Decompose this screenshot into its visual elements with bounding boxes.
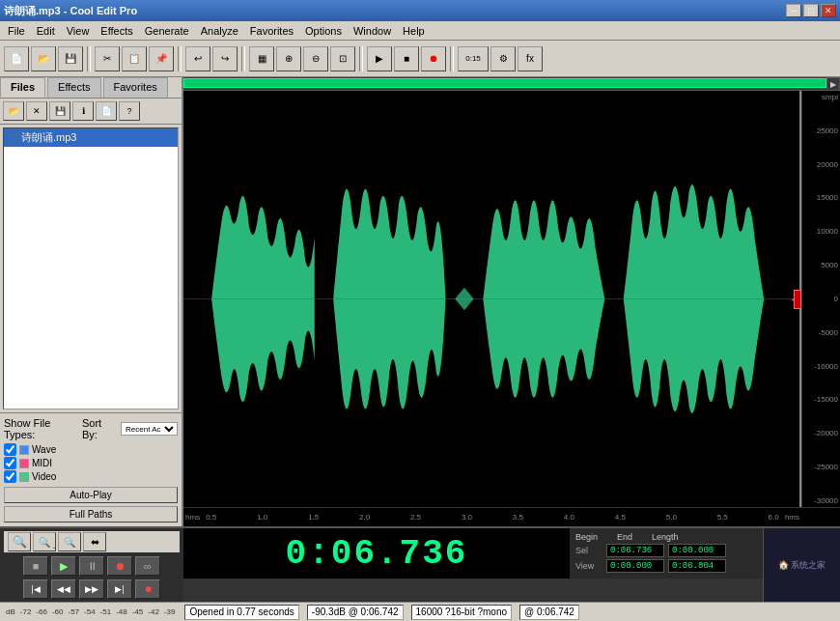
toolbar-save[interactable]: 💾 (58, 46, 83, 71)
wave-checkbox[interactable] (4, 443, 16, 456)
waveform-main: smpl 25000 20000 15000 10000 5000 0 -500… (183, 91, 840, 507)
tab-files[interactable]: Files (0, 77, 45, 98)
play-button[interactable]: ▶ (51, 556, 76, 576)
sel-row: Sel (575, 544, 757, 557)
zoom-selection-btn[interactable]: 🔍 (58, 532, 81, 551)
scroll-right-button[interactable]: ▶ (826, 77, 840, 91)
goto-end-button[interactable]: ▶| (107, 579, 132, 599)
show-file-types-label: Show File Types: (4, 417, 78, 440)
menu-window[interactable]: Window (348, 23, 397, 39)
time-5.5: 5.5 (717, 513, 728, 522)
loop-button[interactable]: ∞ (135, 556, 160, 576)
tab-favorites[interactable]: Favorites (103, 77, 168, 98)
menu-effects[interactable]: Effects (95, 23, 138, 39)
toolbar-cut[interactable]: ✂ (95, 46, 120, 71)
menu-favorites[interactable]: Favorites (244, 23, 299, 39)
menu-analyze[interactable]: Analyze (195, 23, 244, 39)
panel-close[interactable]: ✕ (26, 101, 47, 121)
menu-file[interactable]: File (2, 23, 31, 39)
toolbar-copy[interactable]: 📋 (122, 46, 147, 71)
menu-view[interactable]: View (61, 23, 96, 39)
record-button[interactable]: ⏺ (107, 556, 132, 576)
opened-message: Opened in 0.77 seconds (189, 607, 294, 617)
toolbar-paste[interactable]: 📌 (149, 46, 174, 71)
time-label-hms-end: hms (785, 513, 799, 522)
db-value: -90.3dB @ 0:06.742 (312, 607, 399, 617)
horizontal-scrollbar[interactable]: ▶ (183, 77, 840, 91)
view-begin-input[interactable] (606, 559, 664, 573)
tab-effects[interactable]: Effects (47, 77, 100, 98)
db-neg60: -60 (50, 607, 66, 616)
stop-button[interactable]: ■ (23, 556, 48, 576)
toolbar-open[interactable]: 📂 (31, 46, 56, 71)
record2-button[interactable]: ⏺ (135, 579, 160, 599)
menu-help[interactable]: Help (397, 23, 431, 39)
minimize-button[interactable]: ─ (786, 4, 801, 17)
toolbar-sep5 (450, 46, 454, 71)
menu-edit[interactable]: Edit (31, 23, 61, 39)
db-neg54: -54 (82, 607, 98, 616)
toolbar-undo[interactable]: ↩ (185, 46, 210, 71)
toolbar-fx[interactable]: fx (518, 46, 543, 71)
toolbar-zoom-out[interactable]: ⊖ (303, 46, 328, 71)
toolbar: 📄 📂 💾 ✂ 📋 📌 ↩ ↪ ▦ ⊕ ⊖ ⊡ ▶ ■ ⏺ 0:15 ⚙ fx (0, 41, 840, 77)
view-label: View (575, 561, 602, 571)
panel-info[interactable]: ℹ (72, 101, 94, 121)
toolbar-play[interactable]: ▶ (367, 46, 392, 71)
toolbar-zoom-fit[interactable]: ⊡ (330, 46, 355, 71)
zoom-toolbar: 🔍 🔍- 🔍 ⬌ (4, 531, 180, 552)
db-neg66: -66 (34, 607, 49, 616)
zoom-full-btn[interactable]: ⬌ (83, 532, 106, 551)
sort-row: Show File Types: Sort By: Recent Ac Name (4, 417, 178, 440)
waveform-container[interactable] (183, 91, 801, 507)
close-button[interactable]: ✕ (821, 4, 836, 17)
toolbar-mixer[interactable]: ⚙ (490, 46, 516, 71)
transport-row2: |◀ ◀◀ ▶▶ ▶| ⏺ (23, 579, 160, 599)
toolbar-record[interactable]: ⏺ (421, 46, 446, 71)
toolbar-stop[interactable]: ■ (394, 46, 419, 71)
pause-button[interactable]: ⏸ (79, 556, 104, 576)
scroll-indicator (183, 78, 826, 88)
panel-help[interactable]: ? (119, 101, 140, 121)
menu-options[interactable]: Options (299, 23, 348, 39)
toolbar-zoom-in[interactable]: ⊕ (276, 46, 301, 71)
file-item[interactable]: 🎵 诗朗诵.mp3 (4, 128, 178, 147)
time-ruler: hms 0.5 1.0 1.5 2.0 2.5 3.0 3.5 4.0 4.5 … (183, 507, 840, 526)
info-panel: Begin End Length Sel View (570, 528, 763, 579)
amp-label-neg15k: -15000 (804, 395, 838, 404)
full-paths-button[interactable]: Full Paths (4, 506, 178, 522)
auto-play-button[interactable]: Auto-Play (4, 487, 178, 503)
zoom-out-btn[interactable]: 🔍- (33, 532, 56, 551)
maximize-button[interactable]: □ (803, 4, 819, 17)
goto-start-button[interactable]: |◀ (23, 579, 48, 599)
time-2.5: 2.5 (410, 513, 421, 522)
waveform-svg (183, 91, 801, 507)
time-0.5: 0.5 (206, 513, 216, 522)
video-checkbox[interactable] (4, 470, 16, 483)
sort-select[interactable]: Recent Ac Name (121, 422, 178, 436)
panel-save[interactable]: 💾 (49, 101, 70, 121)
toolbar-redo[interactable]: ↪ (212, 46, 238, 71)
video-label: Video (32, 471, 56, 482)
sel-begin-input[interactable] (606, 544, 664, 557)
toolbar-new[interactable]: 📄 (4, 46, 29, 71)
panel-new[interactable]: 📄 (96, 101, 117, 121)
rewind-button[interactable]: ◀◀ (51, 579, 76, 599)
menu-bar: File Edit View Effects Generate Analyze … (0, 21, 840, 41)
db-scale: dB -72 -66 -60 -57 -54 -51 -48 -45 -42 -… (4, 607, 177, 616)
zoom-in-btn[interactable]: 🔍 (8, 532, 31, 551)
logo-area: 🏠 系统之家 (763, 528, 840, 602)
sel-end-input[interactable] (668, 544, 726, 557)
toolbar-time-display[interactable]: 0:15 (458, 46, 489, 71)
panel-open[interactable]: 📂 (3, 101, 24, 121)
toolbar-select[interactable]: ▦ (249, 46, 274, 71)
time-2.0: 2.0 (359, 513, 370, 522)
fast-forward-button[interactable]: ▶▶ (79, 579, 104, 599)
length-header: Length (652, 532, 679, 542)
time-labels: 0.5 1.0 1.5 2.0 2.5 3.0 3.5 4.0 4.5 5.0 … (206, 513, 779, 522)
time-4.0: 4.0 (564, 513, 574, 522)
menu-generate[interactable]: Generate (139, 23, 195, 39)
midi-checkbox[interactable] (4, 457, 16, 469)
view-end-input[interactable] (668, 559, 726, 573)
status-opened: Opened in 0.77 seconds (184, 605, 298, 620)
